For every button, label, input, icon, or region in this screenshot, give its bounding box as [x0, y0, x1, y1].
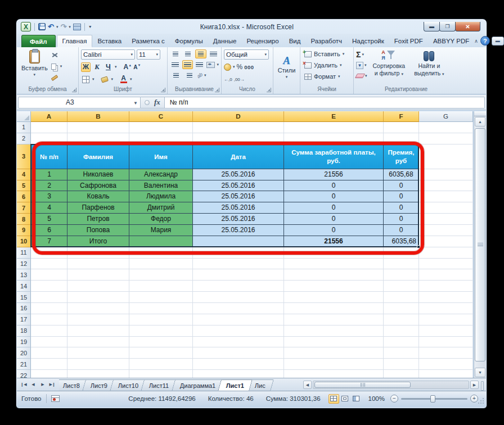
cell-A12[interactable] — [31, 259, 68, 270]
scroll-left-icon[interactable]: ◀ — [303, 381, 312, 389]
horizontal-scroll-track[interactable] — [313, 381, 469, 389]
scroll-up-icon[interactable]: ▲ — [475, 117, 485, 126]
cell-E15[interactable] — [284, 292, 384, 303]
redo-icon[interactable]: ↷ — [60, 23, 66, 30]
column-header-A[interactable]: A — [31, 111, 68, 122]
cell-B7[interactable]: Парфенов — [68, 202, 129, 214]
select-all-corner[interactable] — [17, 111, 31, 122]
cell-A18[interactable] — [31, 325, 68, 337]
decrease-indent-button[interactable] — [170, 71, 182, 80]
vertical-scrollbar[interactable]: ▲ ▼ — [474, 111, 486, 378]
cell-A8[interactable]: 5 — [31, 214, 68, 225]
ribbon-tab-foxit-pdf[interactable]: Foxit PDF — [389, 35, 428, 47]
dialog-launcher-icon[interactable] — [267, 88, 271, 92]
cell-A11[interactable] — [31, 247, 68, 259]
underline-button[interactable]: Ч — [104, 62, 113, 72]
name-box[interactable]: A3 ▼ — [18, 97, 141, 108]
number-format-select[interactable]: Общий▾ — [224, 49, 269, 60]
fill-button[interactable]: ▼▾ — [356, 61, 367, 70]
cell-B10[interactable]: Итого — [68, 236, 129, 247]
column-header-C[interactable]: C — [129, 111, 193, 122]
cell-B15[interactable] — [68, 292, 129, 303]
row-header-7[interactable]: 7 — [17, 202, 31, 214]
cell-C3[interactable]: Имя — [129, 144, 193, 169]
scroll-down-icon[interactable]: ▼ — [475, 368, 485, 377]
cell-A4[interactable]: 1 — [31, 169, 68, 180]
fill-handle[interactable] — [417, 245, 420, 248]
ribbon-tab-рецензиро[interactable]: Рецензиро — [241, 35, 284, 47]
cell-G22[interactable] — [419, 370, 473, 378]
cell-A19[interactable] — [31, 337, 68, 348]
cell-C18[interactable] — [129, 325, 193, 337]
close-button[interactable]: ✕ — [455, 22, 480, 31]
cell-G16[interactable] — [419, 303, 473, 314]
cell-G13[interactable] — [419, 269, 473, 281]
borders-button[interactable] — [81, 75, 91, 84]
row-header-22[interactable]: 22 — [17, 370, 31, 378]
cell-A6[interactable]: 3 — [31, 191, 68, 202]
row-header-18[interactable]: 18 — [17, 325, 31, 337]
prev-sheet-icon[interactable]: ◀ — [29, 380, 38, 389]
increase-decimal-button[interactable]: ←,0 — [224, 77, 232, 82]
delete-cells-button[interactable]: ×Удалить▾ — [304, 60, 351, 70]
row-header-9[interactable]: 9 — [17, 225, 31, 236]
cell-B22[interactable] — [68, 370, 129, 378]
cell-E22[interactable] — [284, 370, 384, 378]
cell-A16[interactable] — [31, 303, 68, 314]
cell-E6[interactable]: 0 — [284, 191, 384, 202]
workbook-minimize-button[interactable]: ▬ — [492, 37, 504, 46]
split-handle[interactable] — [474, 111, 486, 116]
cell-A17[interactable] — [31, 314, 68, 325]
vertical-scroll-thumb[interactable] — [475, 128, 485, 361]
copy-button[interactable]: ▾ — [51, 62, 62, 71]
cell-B18[interactable] — [68, 325, 129, 337]
cell-C15[interactable] — [129, 292, 193, 303]
cell-D3[interactable]: Дата — [193, 144, 284, 169]
cell-E19[interactable] — [284, 337, 384, 348]
align-bottom-button[interactable] — [195, 49, 206, 58]
cell-D19[interactable] — [193, 337, 284, 348]
row-header-5[interactable]: 5 — [17, 180, 31, 192]
cell-F10[interactable]: 6035,68 — [384, 236, 419, 247]
cell-C19[interactable] — [129, 337, 193, 348]
cell-D16[interactable] — [193, 303, 284, 314]
cell-D1[interactable] — [193, 122, 284, 133]
cell-G2[interactable] — [419, 133, 473, 144]
styles-button[interactable]: Стили — [278, 67, 296, 74]
row-header-3[interactable]: 3 — [17, 144, 31, 169]
cell-B14[interactable] — [68, 281, 129, 292]
cell-E18[interactable] — [284, 325, 384, 337]
wrap-text-button[interactable] — [208, 49, 219, 58]
cell-D4[interactable]: 25.05.2016 — [193, 169, 284, 180]
clear-button[interactable]: ▾ — [356, 71, 367, 80]
decrease-decimal-button[interactable]: ,00→ — [234, 77, 245, 82]
paste-dropdown-icon[interactable]: ▾ — [34, 73, 36, 77]
cell-E13[interactable] — [284, 269, 384, 281]
cell-D5[interactable]: 25.05.2016 — [193, 180, 284, 192]
cell-C4[interactable]: Александр — [129, 169, 193, 180]
cell-E11[interactable] — [284, 247, 384, 259]
cell-F9[interactable]: 0 — [384, 225, 419, 236]
cell-C6[interactable]: Людмила — [129, 191, 193, 202]
cell-B4[interactable]: Николаев — [68, 169, 129, 180]
cell-C2[interactable] — [129, 133, 193, 144]
align-middle-button[interactable] — [182, 49, 193, 58]
resize-grip[interactable] — [478, 397, 484, 404]
percent-button[interactable]: % — [237, 63, 243, 71]
ribbon-tab-файл[interactable]: Файл — [21, 35, 56, 47]
row-header-16[interactable]: 16 — [17, 303, 31, 314]
row-header-1[interactable]: 1 — [17, 122, 31, 133]
cell-C17[interactable] — [129, 314, 193, 325]
cell-A9[interactable]: 6 — [31, 225, 68, 236]
font-family-select[interactable]: Calibri▾ — [81, 49, 135, 60]
cell-A14[interactable] — [31, 281, 68, 292]
italic-button[interactable]: К — [92, 62, 102, 72]
cell-D12[interactable] — [193, 259, 284, 270]
cell-G4[interactable] — [419, 169, 473, 180]
restore-button[interactable]: ❐ — [439, 22, 456, 31]
row-header-10[interactable]: 10 — [17, 236, 31, 247]
cell-G6[interactable] — [419, 191, 473, 202]
row-header-6[interactable]: 6 — [17, 191, 31, 202]
cell-G8[interactable] — [419, 214, 473, 225]
normal-view-button[interactable] — [328, 394, 339, 404]
